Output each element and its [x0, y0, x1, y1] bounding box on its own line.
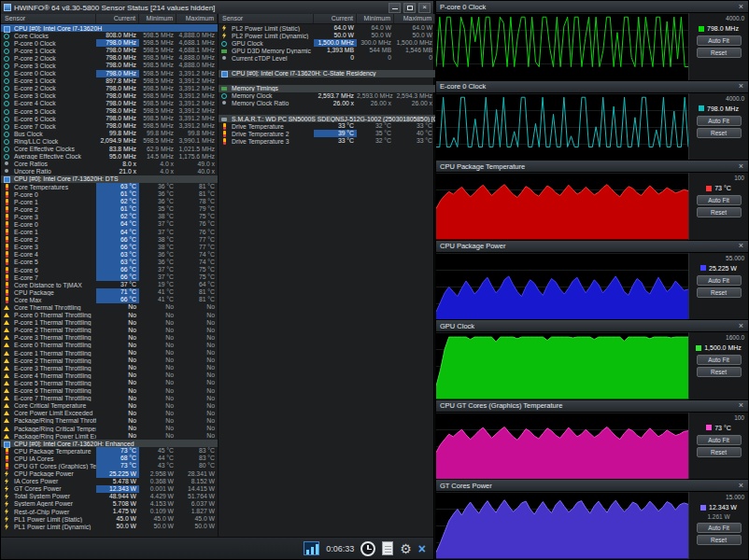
graph-close-icon[interactable]: ×	[738, 82, 744, 91]
sensor-row[interactable]: Average Effective Clock95.0 MHz14.5 MHz1…	[1, 153, 218, 161]
sensor-row[interactable]: Rest-of-Chip Power1.475 W0.109 W1.827 W	[1, 508, 218, 515]
sensor-row[interactable]: PL2 Power Limit (Dynamic)50.0 W50.0 W50.…	[219, 32, 435, 39]
sensor-row[interactable]: E-core 5 Clock798.0 MHz598.5 MHz3,391.2 …	[1, 107, 218, 115]
sensor-row[interactable]: System Agent Power5.708 W4.153 W6.037 W	[1, 500, 218, 508]
column-header-current[interactable]: Current	[96, 14, 139, 23]
auto-fit-button[interactable]: Auto Fit	[697, 116, 742, 126]
sensor-row[interactable]: Package/Ring Critical TemperatureNoNoNo	[1, 425, 218, 432]
settings-gear-icon[interactable]: ⚙	[400, 542, 412, 555]
section-header-row[interactable]: CPU [#0]: Intel Core i7-13620H: Enhanced	[1, 440, 218, 447]
sensor-row[interactable]: P-core 2 Thermal ThrottlingNoNoNo	[1, 327, 218, 334]
sensor-row[interactable]: Core Max66 °C41 °C81 °C	[1, 296, 218, 303]
sensor-row[interactable]: Core Temperatures63 °C36 °C81 °C	[1, 183, 218, 190]
maximize-button[interactable]	[403, 3, 416, 13]
sensor-row[interactable]: GPU D3D Memory Dynamic1,393 MB544 MB1,54…	[219, 47, 435, 54]
minimize-button[interactable]	[389, 3, 401, 13]
sensor-row[interactable]: P-core 3 Thermal ThrottlingNoNoNo	[1, 334, 218, 342]
column-header-current[interactable]: Current	[314, 14, 357, 23]
graph-titlebar[interactable]: CPU GT Cores (Graphics) Temperature×	[436, 400, 748, 413]
reset-button[interactable]: Reset	[697, 535, 742, 545]
graph-close-icon[interactable]: ×	[738, 242, 744, 250]
sensor-row[interactable]: Current cTDP Level000	[219, 54, 435, 62]
sensor-row[interactable]: CPU GT Cores (Graphics) Temper...73 °C43…	[1, 462, 218, 469]
close-button[interactable]: ×	[418, 3, 431, 13]
reset-button[interactable]: Reset	[697, 447, 742, 457]
graph-close-icon[interactable]: ×	[738, 401, 744, 410]
reset-button[interactable]: Reset	[697, 48, 742, 58]
sensor-row[interactable]: Memory Clock Ratio26.00 x26.00 x26.00 x	[219, 100, 435, 107]
sensor-row[interactable]: E-core 2 Thermal ThrottlingNoNoNo	[1, 357, 218, 364]
sensor-row[interactable]: P-core 362 °C38 °C75 °C	[1, 213, 218, 220]
section-header-row[interactable]: S.M.A.R.T.: WD PC SN5000S SDEQNSJ-512G-1…	[219, 115, 435, 122]
reset-button[interactable]: Reset	[697, 287, 742, 298]
clock-icon[interactable]	[360, 541, 375, 556]
sensor-row[interactable]: Package/Ring Power Limit ExceededNoNoNo	[1, 432, 218, 440]
sensor-row[interactable]: E-core 1 Clock897.8 MHz598.5 MHz3,391.2 …	[1, 77, 218, 85]
sensor-row[interactable]: E-core 7 Thermal ThrottlingNoNoNo	[1, 395, 218, 402]
sensor-row[interactable]: E-core 164 °C37 °C76 °C	[1, 229, 218, 236]
sensor-row[interactable]: P-core 1 Thermal ThrottlingNoNoNo	[1, 319, 218, 327]
graph-titlebar[interactable]: P-core 0 Clock×	[436, 1, 748, 13]
auto-fit-button[interactable]: Auto Fit	[697, 435, 742, 445]
sensor-row[interactable]: P-core 0 Thermal ThrottlingNoNoNo	[1, 312, 218, 319]
sensor-row[interactable]: E-core 064 °C37 °C76 °C	[1, 220, 218, 228]
section-header-row[interactable]: CPU [#0]: Intel Core i7-13620H	[1, 24, 218, 32]
sensor-row[interactable]: Bus Clock99.8 MHz99.8 MHz99.8 MHz	[1, 130, 218, 137]
auto-fit-button[interactable]: Auto Fit	[697, 275, 742, 286]
sensor-row[interactable]: E-core 4 Thermal ThrottlingNoNoNo	[1, 371, 218, 379]
section-header-row[interactable]: CPU [#0]: Intel Core i7-13620H: C-State …	[219, 70, 435, 77]
sensor-row[interactable]: P-core 1 Clock798.0 MHz598.5 MHz4,688.1 …	[1, 47, 218, 54]
graph-titlebar[interactable]: E-core 0 Clock×	[436, 81, 748, 93]
graph-close-icon[interactable]: ×	[738, 482, 744, 490]
sensor-row[interactable]: E-core 3 Clock798.0 MHz598.5 MHz3,391.2 …	[1, 92, 218, 100]
column-header-minimum[interactable]: Minimum	[139, 14, 177, 23]
auto-fit-button[interactable]: Auto Fit	[697, 35, 742, 46]
sensor-row[interactable]: E-core 6 Thermal ThrottlingNoNoNo	[1, 387, 218, 395]
reset-button[interactable]: Reset	[697, 207, 742, 217]
graph-close-icon[interactable]: ×	[738, 322, 744, 330]
graph-titlebar[interactable]: CPU Package Power×	[436, 241, 748, 253]
sensor-row[interactable]: CPU IA Cores68 °C44 °C83 °C	[1, 455, 218, 462]
sensor-row[interactable]: E-core 366 °C38 °C77 °C	[1, 244, 218, 251]
graph-close-icon[interactable]: ×	[738, 162, 744, 171]
sensor-row[interactable]: E-core 5 Thermal ThrottlingNoNoNo	[1, 379, 218, 386]
sensor-row[interactable]: Core Distance to TjMAX37 °C19 °C64 °C	[1, 281, 218, 288]
auto-fit-button[interactable]: Auto Fit	[697, 195, 742, 205]
column-header-maximum[interactable]: Maximum	[177, 14, 218, 23]
column-header-sensor[interactable]: Sensor	[219, 14, 314, 23]
sensor-row[interactable]: E-core 766 °C37 °C75 °C	[1, 273, 218, 281]
title-bar[interactable]: HWiNFO® 64 v8.30-5800 Sensor Status [214…	[1, 1, 433, 14]
reset-button[interactable]: Reset	[697, 128, 742, 138]
sensor-row[interactable]: Core Ratios8.0 x4.0 x49.0 x	[1, 161, 218, 168]
sensor-row[interactable]: Core Clocks808.0 MHz598.5 MHz4,888.0 MHz	[1, 32, 218, 39]
reset-button[interactable]: Reset	[697, 367, 742, 377]
auto-fit-button[interactable]: Auto Fit	[697, 523, 742, 533]
sensor-row[interactable]: Ring/LLC Clock2,094.9 MHz598.5 MHz3,990.…	[1, 137, 218, 145]
sensor-row[interactable]: P-core 061 °C36 °C81 °C	[1, 190, 218, 198]
sensor-row[interactable]: Memory Clock2,593.7 MHz2,593.0 MHz2,594.…	[219, 92, 435, 100]
graph-close-icon[interactable]: ×	[738, 3, 744, 11]
sensor-row[interactable]: CPU Package71 °C41 °C81 °C	[1, 288, 218, 296]
sensor-row[interactable]: P-core 3 Clock798.0 MHz598.5 MHz4,888.0 …	[1, 62, 218, 69]
sensor-row[interactable]: E-core 6 Clock798.0 MHz598.5 MHz3,391.2 …	[1, 115, 218, 122]
sensor-row[interactable]: Total System Power48.944 W4.429 W51.764 …	[1, 493, 218, 500]
sensor-row[interactable]: Core Critical TemperatureNoNoNo	[1, 402, 218, 410]
sensor-row[interactable]: P-core 162 °C36 °C78 °C	[1, 198, 218, 205]
section-header-row[interactable]: CPU [#0]: Intel Core i7-13620H: DTS	[1, 175, 218, 183]
sensor-row[interactable]: Core Effective Clocks83.8 MHz62.9 MHz1,0…	[1, 146, 218, 153]
sensor-row[interactable]: Uncore Ratio21.0 x4.0 x40.0 x	[1, 168, 218, 175]
column-header-minimum[interactable]: Minimum	[357, 14, 394, 23]
sensor-row[interactable]: PL1 Power Limit (Static)45.0 W45.0 W45.0…	[1, 515, 218, 523]
sensor-row[interactable]: E-core 3 Thermal ThrottlingNoNoNo	[1, 364, 218, 371]
sensor-row[interactable]: E-core 563 °C36 °C74 °C	[1, 259, 218, 266]
sensor-row[interactable]: PL2 Power Limit (Static)64.0 W64.0 W64.0…	[219, 24, 435, 32]
column-header-sensor[interactable]: Sensor	[1, 14, 96, 23]
sensor-row[interactable]: GT Cores Power12.343 W0.001 W14.415 W	[1, 485, 218, 493]
sensor-row[interactable]: P-core 2 Clock798.0 MHz598.5 MHz4,888.0 …	[1, 54, 218, 62]
section-header-row[interactable]: Memory Timings	[219, 85, 435, 92]
sensor-row[interactable]: IA Cores Power5.478 W0.368 W8.152 W	[1, 478, 218, 485]
sensor-row[interactable]: E-core 7 Clock798.0 MHz598.5 MHz3,391.2 …	[1, 122, 218, 130]
sensor-graph-icon[interactable]	[304, 541, 319, 555]
sensor-row[interactable]: E-core 0 Thermal ThrottlingNoNoNo	[1, 342, 218, 349]
sensor-row[interactable]: GPU Clock1,500.0 MHz300.0 MHz1,500.0 MHz	[219, 39, 435, 47]
